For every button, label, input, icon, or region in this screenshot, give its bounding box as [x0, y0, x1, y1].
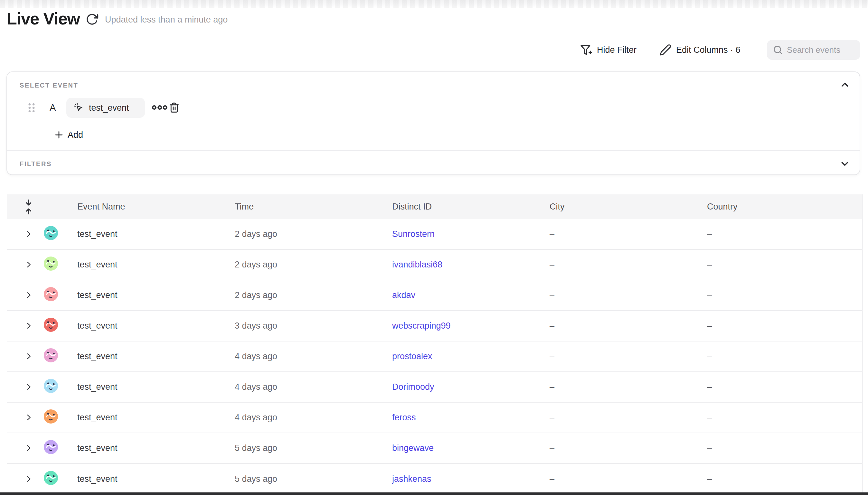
distinct-id-link[interactable]: Dorimoody	[392, 382, 549, 392]
expand-row-icon[interactable]	[24, 444, 33, 453]
filters-section-label: FILTERS	[20, 160, 52, 168]
pencil-icon	[659, 44, 671, 56]
table-row[interactable]: test_event 4 days ago Dorimoody – –	[7, 372, 862, 403]
expand-row-icon[interactable]	[24, 474, 33, 484]
avatar	[44, 317, 58, 332]
search-events-box[interactable]	[767, 40, 860, 60]
expand-row-icon[interactable]	[24, 229, 33, 239]
event-name-cell: test_event	[77, 382, 235, 392]
country-cell: –	[707, 290, 862, 300]
time-cell: 4 days ago	[235, 382, 392, 392]
event-name-cell: test_event	[77, 352, 235, 361]
cursor-click-icon	[73, 102, 84, 113]
event-name-cell: test_event	[77, 290, 235, 300]
add-event-label: Add	[68, 130, 83, 140]
avatar	[44, 226, 58, 240]
distinct-id-link[interactable]: jashkenas	[392, 474, 549, 484]
edit-columns-button[interactable]: Edit Columns · 6	[659, 40, 741, 60]
country-cell: –	[707, 352, 862, 361]
event-name-cell: test_event	[77, 321, 235, 331]
distinct-id-link[interactable]: akdav	[392, 290, 549, 300]
distinct-id-link[interactable]: ivandiblasi68	[392, 260, 549, 270]
city-cell: –	[549, 260, 707, 270]
city-cell: –	[549, 229, 707, 239]
plus-icon	[54, 130, 64, 140]
event-name-cell: test_event	[77, 443, 235, 453]
expand-row-icon[interactable]	[24, 260, 33, 270]
selected-event-label: test_event	[89, 103, 129, 113]
event-query-row: A test_event	[7, 98, 860, 118]
table-row[interactable]: test_event 2 days ago Sunrostern – –	[7, 219, 862, 250]
time-cell: 4 days ago	[235, 413, 392, 423]
select-event-collapse-button[interactable]	[838, 79, 851, 91]
city-cell: –	[549, 321, 707, 331]
avatar	[44, 440, 58, 455]
avatar	[44, 378, 58, 393]
country-cell: –	[707, 260, 862, 270]
expand-row-icon[interactable]	[24, 321, 33, 331]
table-row[interactable]: test_event 4 days ago feross – –	[7, 403, 862, 433]
select-event-section-label: SELECT EVENT	[20, 82, 78, 89]
refresh-button[interactable]	[86, 13, 99, 26]
distinct-id-link[interactable]: feross	[392, 413, 549, 423]
expand-row-icon[interactable]	[24, 413, 33, 423]
distinct-id-link[interactable]: prostoalex	[392, 352, 549, 361]
search-events-input[interactable]	[787, 45, 855, 55]
time-cell: 2 days ago	[235, 229, 392, 239]
drag-handle[interactable]	[26, 102, 37, 114]
column-header-time[interactable]: Time	[235, 202, 392, 212]
avatar-cell	[44, 348, 77, 365]
country-cell: –	[707, 229, 862, 239]
column-header-event-name[interactable]: Event Name	[77, 202, 235, 212]
ellipsis-icon	[151, 104, 168, 112]
event-select-button[interactable]: test_event	[66, 98, 145, 118]
column-header-country[interactable]: Country	[707, 202, 862, 212]
column-header-distinct-id[interactable]: Distinct ID	[392, 202, 549, 212]
expand-row-icon[interactable]	[24, 382, 33, 392]
country-cell: –	[707, 382, 862, 392]
hide-filter-button[interactable]: Hide Filter	[580, 40, 636, 60]
country-cell: –	[707, 321, 862, 331]
table-row[interactable]: test_event 5 days ago bingewave – –	[7, 433, 862, 464]
updated-status: Updated less than a minute ago	[105, 15, 227, 25]
country-cell: –	[707, 413, 862, 423]
expand-row-icon[interactable]	[24, 291, 33, 300]
avatar-cell	[44, 471, 77, 488]
time-cell: 2 days ago	[235, 260, 392, 270]
distinct-id-link[interactable]: webscraping99	[392, 321, 549, 331]
time-cell: 2 days ago	[235, 290, 392, 300]
add-event-button[interactable]: Add	[54, 127, 83, 142]
avatar-cell	[44, 378, 77, 395]
table-row[interactable]: test_event 5 days ago jashkenas – –	[7, 464, 862, 494]
avatar	[44, 409, 58, 424]
table-row[interactable]: test_event 2 days ago ivandiblasi68 – –	[7, 250, 862, 280]
city-cell: –	[549, 352, 707, 361]
avatar	[44, 348, 58, 363]
avatar-cell	[44, 226, 77, 243]
event-name-cell: test_event	[77, 229, 235, 239]
expand-row-icon[interactable]	[24, 352, 33, 361]
refresh-icon	[86, 13, 99, 26]
query-builder-panel: SELECT EVENT A test_event	[6, 71, 860, 175]
event-name-cell: test_event	[77, 474, 235, 484]
event-more-options-button[interactable]	[150, 102, 169, 114]
hide-filter-label: Hide Filter	[597, 45, 636, 55]
table-row[interactable]: test_event 2 days ago akdav – –	[7, 280, 862, 311]
delete-event-button[interactable]	[167, 101, 181, 115]
table-row[interactable]: test_event 3 days ago webscraping99 – –	[7, 311, 862, 341]
table-row[interactable]: test_event 4 days ago prostoalex – –	[7, 341, 862, 372]
drag-handle-icon	[27, 102, 36, 113]
column-header-city[interactable]: City	[549, 202, 707, 212]
avatar	[44, 471, 58, 485]
page-top-texture	[0, 0, 868, 8]
funnel-plus-icon	[580, 44, 592, 56]
collapse-all-rows-button[interactable]	[23, 198, 34, 216]
city-cell: –	[549, 290, 707, 300]
avatar	[44, 256, 58, 271]
table-header-row: Event Name Time Distinct ID City Country	[7, 194, 862, 219]
country-cell: –	[707, 474, 862, 484]
distinct-id-link[interactable]: Sunrostern	[392, 229, 549, 239]
distinct-id-link[interactable]: bingewave	[392, 443, 549, 453]
filters-expand-button[interactable]	[838, 158, 851, 170]
country-cell: –	[707, 443, 862, 453]
